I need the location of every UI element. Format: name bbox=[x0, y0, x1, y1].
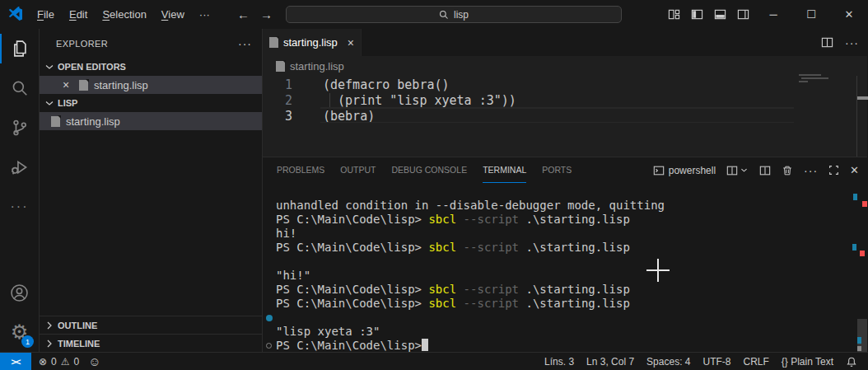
panel-tab-output[interactable]: OUTPUT bbox=[340, 157, 376, 183]
search-value: lisp bbox=[454, 9, 469, 21]
terminal-line-5 bbox=[276, 255, 665, 269]
activitybar-source-control[interactable] bbox=[0, 108, 39, 148]
open-editor-file-label: starting.lisp bbox=[94, 79, 148, 91]
window-minimize-button[interactable]: ─ bbox=[754, 0, 792, 29]
code-line-1: 1(defmacro bebra() bbox=[263, 77, 867, 93]
file-item-starting-lisp[interactable]: starting.lisp bbox=[40, 112, 262, 130]
panel: PROBLEMSOUTPUTDEBUG CONSOLETERMINALPORTS… bbox=[263, 157, 867, 352]
command-center-search[interactable]: lisp bbox=[286, 6, 622, 23]
split-editor-icon[interactable] bbox=[821, 36, 833, 49]
status-item-3[interactable]: UTF-8 bbox=[702, 356, 730, 368]
activitybar-run-debug[interactable] bbox=[0, 148, 39, 187]
new-terminal-button[interactable] bbox=[726, 165, 749, 176]
status-item-0[interactable]: Líns. 3 bbox=[544, 356, 574, 368]
command-decoration-blue[interactable] bbox=[266, 315, 273, 321]
sidebar-explorer: EXPLORER ··· OPEN EDITORS × starting.lis… bbox=[40, 29, 263, 352]
status-item-4[interactable]: CRLF bbox=[743, 356, 768, 368]
toggle-secondary-sidebar-icon[interactable] bbox=[731, 0, 754, 29]
status-item-1[interactable]: Ln 3, Col 7 bbox=[586, 356, 634, 368]
toggle-sidebar-icon[interactable] bbox=[685, 0, 708, 29]
status-item-5[interactable]: {} Plain Text bbox=[782, 356, 833, 368]
tab-starting-lisp[interactable]: starting.lisp × bbox=[263, 29, 362, 56]
current-line-highlight bbox=[320, 107, 794, 123]
outline-label: OUTLINE bbox=[58, 321, 97, 330]
terminal-line-3: hi! bbox=[276, 227, 665, 241]
terminal-line-6: "hi!" bbox=[276, 269, 665, 283]
panel-more-icon[interactable]: ··· bbox=[804, 164, 818, 177]
breadcrumb-item: starting.lisp bbox=[290, 60, 344, 73]
notifications-bell-icon[interactable] bbox=[846, 356, 857, 368]
menu-selection[interactable]: Selection bbox=[95, 0, 153, 29]
panel-tab-ports[interactable]: PORTS bbox=[542, 157, 572, 183]
activitybar-settings[interactable]: ⚙ 1 bbox=[0, 312, 39, 352]
chevron-down-icon bbox=[740, 166, 749, 175]
split-panel-icon[interactable] bbox=[759, 165, 771, 176]
explorer-icon bbox=[11, 40, 29, 58]
folder-label: LISP bbox=[58, 98, 77, 108]
explorer-more-icon[interactable]: ··· bbox=[238, 37, 252, 50]
terminal-line-2: PS C:\Main\Code\lisp> sbcl --script .\st… bbox=[276, 213, 665, 227]
file-icon bbox=[269, 37, 278, 48]
warning-count: 0 bbox=[74, 356, 80, 368]
breadcrumb[interactable]: starting.lisp bbox=[263, 56, 867, 76]
window-maximize-button[interactable]: ☐ bbox=[792, 0, 830, 29]
menu-bar: File Edit Selection View ··· bbox=[30, 0, 217, 29]
chevron-down-icon bbox=[43, 96, 56, 110]
line-number: 2 bbox=[263, 93, 299, 109]
terminal-icon bbox=[653, 165, 665, 176]
minimap[interactable] bbox=[799, 74, 856, 84]
terminal-content[interactable]: unhandled condition in --disable-debugge… bbox=[276, 199, 665, 353]
open-editors-label: OPEN EDITORS bbox=[58, 62, 126, 72]
panel-tab-problems[interactable]: PROBLEMS bbox=[277, 157, 324, 183]
kill-terminal-icon[interactable] bbox=[782, 165, 793, 176]
close-editor-icon[interactable]: × bbox=[60, 78, 72, 91]
menu-file[interactable]: File bbox=[30, 0, 62, 29]
activitybar-explorer[interactable] bbox=[0, 29, 39, 68]
line-number: 3 bbox=[263, 109, 299, 124]
open-editor-item[interactable]: × starting.lisp bbox=[40, 76, 262, 94]
activitybar-more[interactable]: ··· bbox=[0, 187, 39, 227]
settings-badge: 1 bbox=[21, 335, 34, 348]
terminal-line-4: PS C:\Main\Code\lisp> sbcl --script .\st… bbox=[276, 241, 665, 255]
editor-more-icon[interactable]: ··· bbox=[845, 36, 859, 49]
code-text: (defmacro bebra() bbox=[323, 77, 450, 93]
terminal-line-7: PS C:\Main\Code\lisp> sbcl --script .\st… bbox=[276, 283, 665, 297]
run-debug-icon bbox=[11, 158, 29, 176]
terminal-scrollbar[interactable] bbox=[856, 184, 867, 352]
file-label: starting.lisp bbox=[66, 115, 120, 128]
toggle-panel-icon[interactable] bbox=[708, 0, 731, 29]
menu-edit[interactable]: Edit bbox=[62, 0, 95, 29]
panel-tab-debug-console[interactable]: DEBUG CONSOLE bbox=[392, 157, 468, 183]
menu-more[interactable]: ··· bbox=[192, 0, 217, 29]
customize-layout-icon[interactable] bbox=[662, 0, 685, 29]
file-icon bbox=[276, 61, 285, 72]
nav-forward-icon[interactable]: → bbox=[260, 7, 273, 21]
activitybar-search[interactable] bbox=[0, 68, 39, 108]
section-open-editors[interactable]: OPEN EDITORS bbox=[40, 58, 262, 76]
section-timeline[interactable]: TIMELINE bbox=[40, 334, 262, 352]
editor-overview-ruler bbox=[856, 76, 867, 157]
command-decoration-gray[interactable] bbox=[266, 343, 272, 349]
close-panel-icon[interactable]: ✕ bbox=[850, 164, 859, 176]
timeline-label: TIMELINE bbox=[58, 339, 100, 349]
vscode-logo-icon bbox=[8, 7, 24, 22]
maximize-panel-icon[interactable] bbox=[828, 165, 839, 176]
nav-back-icon[interactable]: ← bbox=[237, 7, 250, 21]
remote-indicator[interactable]: >< bbox=[0, 353, 31, 370]
activitybar-accounts[interactable] bbox=[0, 273, 39, 312]
panel-tab-terminal[interactable]: TERMINAL bbox=[483, 157, 526, 183]
chevron-right-icon bbox=[43, 337, 56, 350]
section-folder-lisp[interactable]: LISP bbox=[40, 94, 262, 112]
menu-view[interactable]: View bbox=[154, 0, 192, 29]
sidebar-title: EXPLORER bbox=[56, 39, 108, 49]
search-icon bbox=[439, 10, 449, 20]
title-bar: File Edit Selection View ··· ← → lisp ─ … bbox=[0, 0, 868, 29]
tab-bar: starting.lisp × bbox=[263, 29, 867, 56]
terminal-instance-item[interactable]: powershell bbox=[653, 165, 716, 176]
status-item-2[interactable]: Spaces: 4 bbox=[646, 356, 690, 368]
section-outline[interactable]: OUTLINE bbox=[40, 316, 262, 334]
feedback-smiley-icon[interactable]: ☺ bbox=[88, 354, 100, 368]
problems-status[interactable]: ⊗ 0 ⚠ 0 bbox=[39, 356, 79, 368]
window-close-button[interactable]: ✕ bbox=[830, 0, 868, 29]
tab-close-icon[interactable]: × bbox=[348, 36, 354, 49]
